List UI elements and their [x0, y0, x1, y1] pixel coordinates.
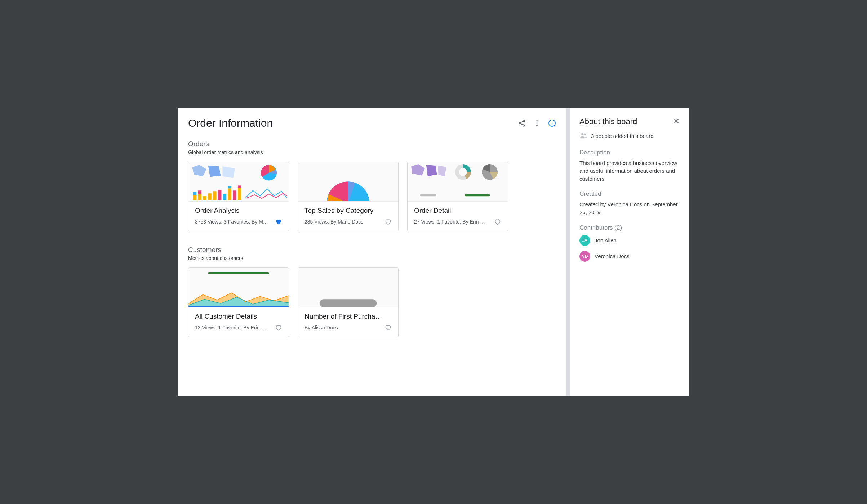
card-body: Order Detail 27 Views, 1 Favorite, By Er…	[408, 202, 508, 231]
svg-rect-14	[198, 194, 201, 200]
section-subtitle: Global order metrics and analysis	[188, 149, 556, 155]
section-orders: Orders Global order metrics and analysis	[188, 140, 556, 231]
page-title: Order Information	[188, 117, 273, 129]
card-meta: By Alissa Docs	[304, 325, 382, 330]
card-number-first-purchase[interactable]: Number of First Purcha… By Alissa Docs	[298, 267, 399, 337]
svg-rect-21	[228, 188, 231, 200]
contributor-name: Jon Allen	[595, 237, 617, 243]
people-added-row: 3 people added this board	[579, 131, 680, 140]
contributor-name: Veronica Docs	[595, 253, 630, 259]
svg-rect-16	[203, 196, 206, 200]
info-icon[interactable]	[548, 119, 556, 127]
svg-rect-17	[208, 193, 212, 200]
svg-point-0	[523, 120, 525, 122]
svg-rect-25	[238, 185, 241, 188]
side-title: About this board	[579, 117, 637, 126]
svg-rect-24	[238, 188, 241, 200]
svg-rect-23	[233, 190, 236, 200]
close-icon[interactable]	[673, 118, 680, 126]
svg-rect-36	[320, 299, 377, 307]
avatar: VD	[579, 251, 590, 262]
card-thumbnail	[298, 268, 398, 307]
svg-point-2	[523, 125, 525, 126]
svg-point-40	[584, 134, 586, 136]
card-meta: 13 Views, 1 Favorite, By Erin …	[195, 325, 272, 330]
share-icon[interactable]	[517, 119, 526, 127]
card-order-detail[interactable]: Order Detail 27 Views, 1 Favorite, By Er…	[407, 162, 508, 231]
people-added-text: 3 people added this board	[591, 133, 653, 139]
card-title: Order Analysis	[195, 207, 282, 215]
svg-rect-15	[198, 190, 201, 194]
description-section: Description This board provides a busine…	[579, 149, 680, 183]
svg-point-1	[519, 122, 521, 124]
card-order-analysis[interactable]: Order Analysis 8753 Views, 3 Favorites, …	[188, 162, 289, 231]
card-body: Order Analysis 8753 Views, 3 Favorites, …	[188, 202, 289, 231]
card-all-customer-details[interactable]: All Customer Details 13 Views, 1 Favorit…	[188, 267, 289, 337]
svg-point-28	[459, 168, 467, 176]
heart-outline-icon[interactable]	[494, 218, 501, 225]
card-thumbnail	[408, 162, 508, 202]
contributors-section: Contributors (2) JA Jon Allen VD Veronic…	[579, 224, 680, 262]
heart-outline-icon[interactable]	[384, 324, 392, 331]
svg-point-7	[536, 125, 538, 126]
contributor-row: VD Veronica Docs	[579, 251, 680, 262]
side-panel: About this board 3 people added this boa…	[570, 108, 689, 396]
contributors-label: Contributors (2)	[579, 224, 680, 231]
svg-rect-13	[193, 192, 196, 195]
header-actions	[517, 119, 556, 127]
heart-outline-icon[interactable]	[384, 218, 392, 225]
avatar: JA	[579, 235, 590, 246]
heart-outline-icon[interactable]	[275, 324, 282, 331]
card-body: Number of First Purcha… By Alissa Docs	[298, 307, 398, 337]
section-subtitle: Metrics about customers	[188, 255, 556, 261]
heart-filled-icon[interactable]	[275, 218, 282, 225]
card-grid: Order Analysis 8753 Views, 3 Favorites, …	[188, 162, 556, 231]
description-label: Description	[579, 149, 680, 156]
scrollbar[interactable]	[566, 108, 570, 396]
side-header: About this board	[579, 117, 680, 126]
svg-point-5	[536, 120, 538, 122]
card-meta: 285 Views, By Marie Docs	[304, 219, 382, 225]
card-title: Order Detail	[414, 207, 501, 215]
people-icon	[579, 131, 587, 140]
section-title: Customers	[188, 246, 556, 254]
svg-point-10	[552, 121, 552, 122]
card-body: All Customer Details 13 Views, 1 Favorit…	[188, 307, 289, 337]
card-grid: All Customer Details 13 Views, 1 Favorit…	[188, 267, 556, 337]
created-section: Created Created by Veronica Docs on Sept…	[579, 190, 680, 216]
created-label: Created	[579, 190, 680, 198]
svg-rect-20	[223, 194, 226, 200]
svg-rect-31	[465, 194, 490, 196]
contributor-row: JA Jon Allen	[579, 235, 680, 246]
card-meta: 27 Views, 1 Favorite, By Erin …	[414, 219, 491, 225]
card-thumbnail	[188, 268, 289, 307]
description-text: This board provides a business overview …	[579, 159, 680, 183]
svg-rect-18	[213, 191, 217, 200]
svg-point-6	[536, 122, 538, 124]
svg-rect-30	[420, 194, 436, 196]
card-title: Number of First Purcha…	[304, 312, 392, 320]
contributors-list: JA Jon Allen VD Veronica Docs	[579, 235, 680, 262]
svg-line-3	[521, 121, 523, 123]
card-top-sales[interactable]: Top Sales by Category 285 Views, By Mari…	[298, 162, 399, 231]
svg-rect-32	[208, 272, 269, 274]
svg-line-4	[521, 123, 523, 125]
main-header: Order Information	[188, 117, 556, 129]
card-meta: 8753 Views, 3 Favorites, By M…	[195, 219, 272, 225]
more-icon[interactable]	[533, 119, 541, 127]
svg-rect-22	[228, 186, 231, 188]
svg-rect-19	[218, 190, 222, 200]
section-customers: Customers Metrics about customers	[188, 246, 556, 337]
created-text: Created by Veronica Docs on September 26…	[579, 201, 680, 216]
card-title: Top Sales by Category	[304, 207, 392, 215]
app-frame: Order Information Orders Global order me…	[178, 108, 689, 396]
card-thumbnail	[298, 162, 398, 202]
svg-point-39	[581, 133, 583, 135]
main-panel: Order Information Orders Global order me…	[178, 108, 566, 396]
card-body: Top Sales by Category 285 Views, By Mari…	[298, 202, 398, 231]
section-title: Orders	[188, 140, 556, 148]
card-thumbnail	[188, 162, 289, 202]
card-title: All Customer Details	[195, 312, 282, 320]
svg-rect-12	[193, 195, 196, 200]
